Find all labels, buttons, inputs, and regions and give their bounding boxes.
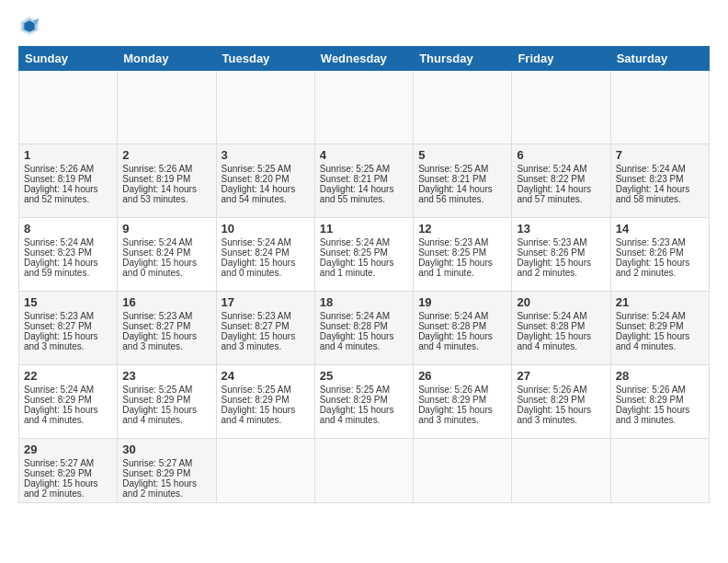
sunset: Sunset: 8:29 PM — [222, 395, 290, 405]
daylight: Daylight: 15 hours and 3 minutes. — [616, 405, 690, 425]
daylight: Daylight: 15 hours and 0 minutes. — [122, 258, 197, 278]
table-cell — [414, 71, 512, 144]
day-number: 22 — [24, 369, 112, 383]
sunrise: Sunrise: 5:23 AM — [418, 237, 488, 247]
table-cell: 10Sunrise: 5:24 AMSunset: 8:24 PMDayligh… — [216, 218, 314, 292]
table-cell: 3Sunrise: 5:25 AMSunset: 8:20 PMDaylight… — [216, 144, 314, 218]
sunset: Sunset: 8:27 PM — [24, 321, 92, 331]
table-cell — [414, 439, 512, 503]
col-saturday: Saturday — [610, 47, 709, 71]
col-tuesday: Tuesday — [216, 47, 314, 71]
day-number: 14 — [616, 222, 704, 236]
table-cell: 18Sunrise: 5:24 AMSunset: 8:28 PMDayligh… — [314, 292, 413, 365]
table-cell — [19, 71, 118, 144]
sunset: Sunset: 8:20 PM — [222, 174, 290, 184]
table-cell — [512, 439, 610, 503]
daylight: Daylight: 15 hours and 1 minute. — [320, 258, 394, 278]
table-cell: 1Sunrise: 5:26 AMSunset: 8:19 PMDaylight… — [19, 144, 118, 218]
daylight: Daylight: 15 hours and 4 minutes. — [122, 405, 197, 425]
logo-icon — [18, 15, 40, 37]
daylight: Daylight: 15 hours and 1 minute. — [418, 258, 493, 278]
daylight: Daylight: 15 hours and 4 minutes. — [24, 405, 98, 425]
table-cell: 16Sunrise: 5:23 AMSunset: 8:27 PMDayligh… — [118, 292, 216, 365]
table-cell: 4Sunrise: 5:25 AMSunset: 8:21 PMDaylight… — [314, 144, 413, 218]
sunrise: Sunrise: 5:24 AM — [24, 237, 94, 247]
table-cell: 14Sunrise: 5:23 AMSunset: 8:26 PMDayligh… — [610, 218, 709, 292]
sunset: Sunset: 8:29 PM — [24, 395, 92, 405]
col-wednesday: Wednesday — [314, 47, 413, 71]
sunrise: Sunrise: 5:23 AM — [616, 237, 686, 247]
sunset: Sunset: 8:26 PM — [517, 247, 585, 258]
daylight: Daylight: 15 hours and 2 minutes. — [616, 258, 690, 278]
day-number: 2 — [122, 148, 210, 162]
table-cell: 11Sunrise: 5:24 AMSunset: 8:25 PMDayligh… — [314, 218, 413, 292]
daylight: Daylight: 14 hours and 55 minutes. — [320, 184, 394, 204]
table-cell: 29Sunrise: 5:27 AMSunset: 8:29 PMDayligh… — [19, 439, 118, 503]
table-cell — [216, 71, 314, 144]
header — [18, 15, 710, 37]
sunrise: Sunrise: 5:27 AM — [122, 458, 192, 468]
day-number: 29 — [24, 442, 112, 456]
col-thursday: Thursday — [414, 47, 512, 71]
day-number: 23 — [122, 369, 210, 383]
daylight: Daylight: 14 hours and 54 minutes. — [222, 184, 296, 204]
sunrise: Sunrise: 5:24 AM — [616, 164, 686, 174]
table-cell — [314, 71, 413, 144]
sunrise: Sunrise: 5:24 AM — [517, 164, 586, 174]
sunset: Sunset: 8:29 PM — [122, 468, 190, 478]
table-cell: 21Sunrise: 5:24 AMSunset: 8:29 PMDayligh… — [610, 292, 709, 365]
day-number: 24 — [222, 369, 310, 383]
sunset: Sunset: 8:21 PM — [320, 174, 388, 184]
sunrise: Sunrise: 5:25 AM — [320, 385, 390, 395]
sunrise: Sunrise: 5:24 AM — [24, 385, 94, 395]
day-number: 25 — [320, 369, 408, 383]
table-cell: 30Sunrise: 5:27 AMSunset: 8:29 PMDayligh… — [118, 439, 216, 503]
table-cell: 9Sunrise: 5:24 AMSunset: 8:24 PMDaylight… — [118, 218, 216, 292]
day-number: 1 — [24, 148, 112, 162]
table-cell: 15Sunrise: 5:23 AMSunset: 8:27 PMDayligh… — [19, 292, 118, 365]
sunrise: Sunrise: 5:26 AM — [24, 164, 94, 174]
table-cell — [118, 71, 216, 144]
daylight: Daylight: 15 hours and 4 minutes. — [418, 331, 493, 351]
sunset: Sunset: 8:29 PM — [122, 395, 190, 405]
day-number: 17 — [222, 295, 310, 309]
daylight: Daylight: 15 hours and 2 minutes. — [517, 258, 591, 278]
calendar-table: Sunday Monday Tuesday Wednesday Thursday… — [18, 46, 710, 503]
daylight: Daylight: 15 hours and 3 minutes. — [122, 331, 197, 351]
sunset: Sunset: 8:29 PM — [418, 395, 486, 405]
day-number: 4 — [320, 148, 408, 162]
sunrise: Sunrise: 5:25 AM — [418, 164, 488, 174]
day-number: 19 — [418, 295, 506, 309]
day-number: 8 — [24, 222, 112, 236]
sunrise: Sunrise: 5:25 AM — [320, 164, 390, 174]
daylight: Daylight: 14 hours and 59 minutes. — [24, 258, 98, 278]
day-number: 9 — [122, 222, 210, 236]
sunset: Sunset: 8:28 PM — [418, 321, 486, 331]
table-cell: 13Sunrise: 5:23 AMSunset: 8:26 PMDayligh… — [512, 218, 610, 292]
daylight: Daylight: 14 hours and 52 minutes. — [24, 184, 98, 204]
table-cell — [216, 439, 314, 503]
sunset: Sunset: 8:25 PM — [418, 247, 486, 258]
sunrise: Sunrise: 5:24 AM — [320, 237, 390, 247]
day-number: 27 — [517, 369, 605, 383]
sunrise: Sunrise: 5:26 AM — [616, 385, 686, 395]
header-row: Sunday Monday Tuesday Wednesday Thursday… — [19, 47, 710, 71]
sunset: Sunset: 8:29 PM — [320, 395, 388, 405]
sunset: Sunset: 8:22 PM — [517, 174, 585, 184]
daylight: Daylight: 15 hours and 2 minutes. — [24, 478, 98, 499]
sunrise: Sunrise: 5:25 AM — [122, 385, 192, 395]
sunrise: Sunrise: 5:26 AM — [517, 385, 586, 395]
day-number: 11 — [320, 222, 408, 236]
sunset: Sunset: 8:26 PM — [616, 247, 684, 258]
day-number: 26 — [418, 369, 506, 383]
sunrise: Sunrise: 5:25 AM — [222, 385, 291, 395]
sunset: Sunset: 8:19 PM — [24, 174, 92, 184]
daylight: Daylight: 15 hours and 4 minutes. — [616, 331, 690, 351]
sunset: Sunset: 8:28 PM — [517, 321, 585, 331]
table-cell: 6Sunrise: 5:24 AMSunset: 8:22 PMDaylight… — [512, 144, 610, 218]
daylight: Daylight: 14 hours and 53 minutes. — [122, 184, 197, 204]
sunrise: Sunrise: 5:23 AM — [517, 237, 586, 247]
table-cell — [314, 439, 413, 503]
sunset: Sunset: 8:28 PM — [320, 321, 388, 331]
daylight: Daylight: 14 hours and 57 minutes. — [517, 184, 591, 204]
